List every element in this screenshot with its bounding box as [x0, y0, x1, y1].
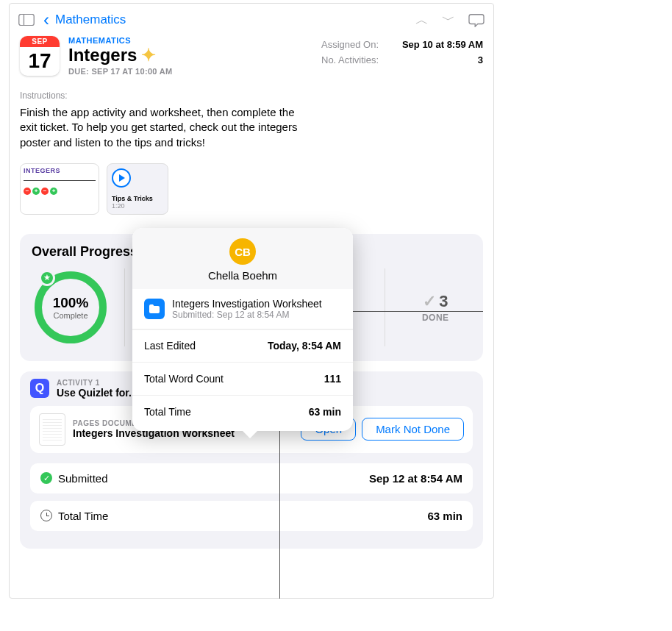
checkmark-circle-icon: ✓	[40, 472, 52, 484]
assignment-title: Integers ✦	[68, 45, 312, 65]
done-label: DONE	[400, 313, 472, 323]
assignment-title-text: Integers	[68, 45, 137, 65]
back-label[interactable]: Mathematics	[55, 13, 126, 27]
sidebar-toggle-icon[interactable]	[18, 14, 35, 26]
minus-icon: −	[24, 188, 31, 195]
assigned-on-label: Assigned On:	[321, 39, 379, 50]
popover-row: Total Time 63 min	[132, 396, 353, 428]
progress-complete-label: Complete	[53, 311, 87, 320]
assignment-stats: Assigned On: Sep 10 at 8:59 AM No. Activ…	[321, 36, 483, 70]
popover-row-label: Total Word Count	[144, 373, 224, 385]
assignment-header: SEP 17 MATHEMATICS Integers ✦ DUE: SEP 1…	[10, 36, 493, 83]
activity-name: Use Quizlet for...	[57, 387, 137, 399]
star-badge-icon: ★	[39, 270, 55, 286]
next-icon[interactable]: ﹀	[442, 11, 455, 29]
attachment-poster[interactable]: INTEGERS − + − +	[20, 163, 99, 215]
audio-title: Tips & Tricks	[112, 195, 153, 202]
back-chevron-icon[interactable]: ‹	[43, 11, 49, 29]
submitted-row: ✓ Submitted Sep 12 at 8:54 AM	[30, 463, 473, 493]
instructions-text: Finish the app activity and worksheet, t…	[10, 102, 318, 157]
activity-number: ACTIVITY 1	[57, 379, 137, 387]
instructions-label: Instructions:	[10, 83, 493, 102]
activities-count: 3	[478, 54, 483, 65]
popover-file-subtitle: Submitted: Sep 12 at 8:54 AM	[172, 310, 322, 320]
audio-duration: 1:20	[112, 202, 153, 210]
callout-line	[339, 311, 483, 312]
quizlet-icon: Q	[30, 379, 49, 398]
total-time-label: Total Time	[58, 510, 108, 522]
student-name: Chella Boehm	[132, 269, 353, 282]
due-label: DUE: SEP 17 AT 10:00 AM	[68, 67, 312, 76]
plus-icon: +	[32, 188, 40, 195]
popover-row-value: 111	[324, 373, 341, 385]
popover-file-row[interactable]: Integers Investigation Worksheet Submitt…	[132, 289, 353, 329]
svg-rect-0	[19, 14, 34, 25]
submitted-value: Sep 12 at 8:54 AM	[369, 472, 462, 485]
popover-row: Total Word Count 111	[132, 363, 353, 396]
popover-row-value: Today, 8:54 AM	[268, 340, 341, 352]
sparkle-icon: ✦	[141, 45, 156, 65]
student-avatar: CB	[229, 238, 256, 265]
done-value: 3	[439, 292, 448, 311]
attachment-audio[interactable]: Tips & Tricks 1:20	[107, 163, 168, 215]
minus-icon: −	[41, 188, 49, 195]
calendar-day: 17	[20, 47, 60, 75]
mark-not-done-button[interactable]: Mark Not Done	[362, 418, 464, 441]
attachments-row: INTEGERS − + − + Tips & Tricks 1:20	[10, 157, 493, 227]
popover-file-title: Integers Investigation Worksheet	[172, 298, 322, 310]
check-icon: ✓	[423, 292, 436, 311]
callout-line	[279, 422, 280, 599]
top-toolbar: ‹ Mathematics ︿ ﹀	[10, 4, 493, 36]
assigned-on-value: Sep 10 at 8:59 AM	[402, 39, 483, 50]
subject-label: MATHEMATICS	[68, 36, 312, 45]
progress-percent: 100%	[53, 295, 89, 311]
progress-ring: 100% Complete ★	[32, 268, 110, 346]
popover-row-label: Total Time	[144, 406, 191, 418]
total-time-row: Total Time 63 min	[30, 501, 473, 531]
popover-row-label: Last Edited	[144, 340, 196, 352]
document-thumbnail	[39, 413, 65, 446]
calendar-icon: SEP 17	[20, 36, 60, 76]
total-time-value: 63 min	[427, 510, 462, 522]
comment-icon[interactable]	[468, 13, 485, 27]
popover-row-value: 63 min	[309, 406, 341, 418]
student-detail-popover: CB Chella Boehm Integers Investigation W…	[132, 228, 353, 431]
submitted-label: Submitted	[58, 472, 108, 485]
prev-icon[interactable]: ︿	[415, 11, 429, 29]
number-line-graphic	[24, 177, 96, 185]
poster-title: INTEGERS	[24, 167, 96, 174]
calendar-month: SEP	[20, 36, 60, 47]
play-icon[interactable]	[112, 168, 131, 188]
popover-row: Last Edited Today, 8:54 AM	[132, 329, 353, 363]
plus-icon: +	[50, 188, 57, 195]
activities-label: No. Activities:	[321, 54, 379, 65]
folder-icon	[144, 299, 165, 319]
clock-icon	[40, 510, 52, 521]
